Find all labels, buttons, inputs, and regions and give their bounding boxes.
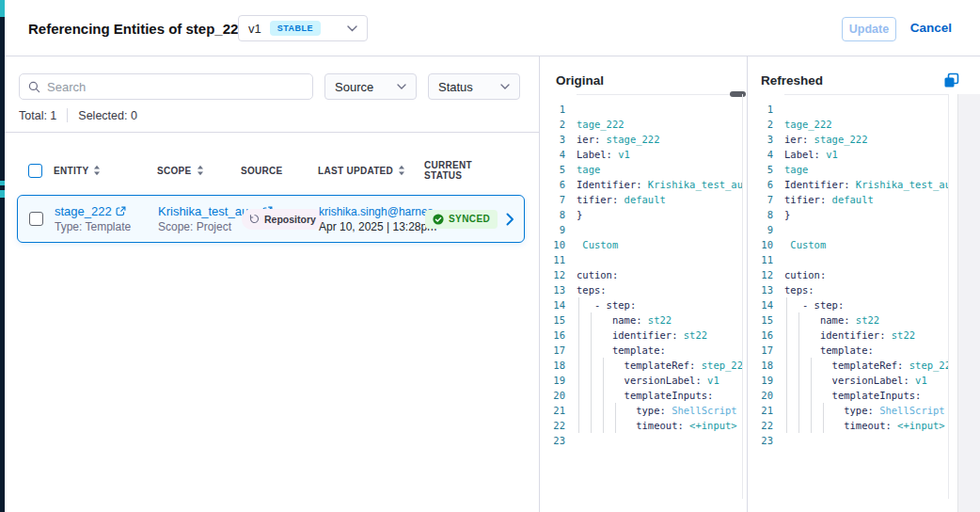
update-button[interactable]: Update <box>842 17 896 41</box>
copy-button[interactable] <box>943 71 962 89</box>
code-line-content: ier: stage_222 <box>572 132 742 147</box>
entity-link[interactable]: stage_222 <box>55 204 112 218</box>
indent-guide <box>798 312 799 328</box>
indent-guide <box>811 373 812 388</box>
code-line-content: tage_222 <box>572 117 742 132</box>
code-line-content: name: st22 <box>780 312 948 328</box>
code-line-content: tifier: default <box>780 192 948 207</box>
code-line-content <box>780 433 948 448</box>
line-number: 3 <box>540 132 572 147</box>
line-number: 12 <box>540 267 572 282</box>
line-number: 6 <box>540 177 572 192</box>
table-header-row: ENTITYSCOPESOURCELAST UPDATEDCURRENT STA… <box>17 160 525 181</box>
indent-guide <box>603 418 604 433</box>
line-number: 13 <box>748 282 780 297</box>
line-number: 22 <box>748 418 780 433</box>
line-number: 16 <box>540 328 572 343</box>
indent-guide <box>786 418 787 433</box>
indent-guide <box>798 388 799 403</box>
line-number: 14 <box>748 297 780 312</box>
code-line-content: ier: stage_222 <box>780 132 948 147</box>
cancel-button[interactable]: Cancel <box>910 21 952 35</box>
version-select[interactable]: v1 STABLE <box>238 15 368 41</box>
line-number: 6 <box>748 177 780 192</box>
indent-guide <box>786 373 787 388</box>
sort-icon <box>93 165 101 176</box>
code-line: 9 <box>748 222 948 237</box>
sort-icon <box>197 165 204 176</box>
refreshed-code-editor[interactable]: 12tage_2223ier: stage_2224Label: v15tage… <box>748 102 948 448</box>
code-line-content: tifier: default <box>572 192 742 207</box>
code-line: 7tifier: default <box>748 192 948 207</box>
section-divider <box>5 132 539 133</box>
line-number: 19 <box>748 373 780 388</box>
indent-guide <box>578 388 579 403</box>
search-input[interactable] <box>47 80 304 94</box>
code-line-content: - step: <box>780 297 948 312</box>
code-line: 8} <box>540 207 742 222</box>
entity-cell: stage_222 Type: Template <box>55 204 158 233</box>
repository-icon <box>249 214 260 224</box>
code-line: 1 <box>540 102 742 117</box>
horizontal-scrollbar-thumb[interactable] <box>730 91 746 97</box>
line-number: 18 <box>748 358 780 373</box>
column-header-entity[interactable]: ENTITY <box>54 165 157 176</box>
updated-by[interactable]: krishika.singh@harnes... <box>319 205 425 218</box>
column-label: ENTITY <box>54 166 88 176</box>
line-number: 1 <box>748 102 780 117</box>
vertical-scrollbar-strip[interactable] <box>957 94 980 512</box>
indent-guide <box>591 418 592 433</box>
code-line: 6Identifier: Krishika_test_aut <box>748 177 948 192</box>
status-filter-dropdown[interactable]: Status <box>428 73 520 100</box>
row-expand-chevron[interactable] <box>506 213 521 226</box>
code-line: 14 - step: <box>748 297 948 312</box>
indent-guide <box>786 328 787 343</box>
code-line: 6Identifier: Krishika_test_aut <box>540 177 742 192</box>
external-link-icon[interactable] <box>116 206 126 216</box>
chevron-down-icon <box>397 84 406 89</box>
code-line: 3ier: stage_222 <box>748 132 948 147</box>
code-line: 21 type: ShellScript <box>748 403 948 418</box>
line-number: 22 <box>540 418 572 433</box>
code-line: 20 templateInputs: <box>748 388 948 403</box>
dialog-header: Referencing Entities of step_222 v1 STAB… <box>5 0 980 56</box>
code-line: 5tage <box>748 162 948 177</box>
code-line-content: name: st22 <box>572 312 742 328</box>
code-line-content: } <box>780 207 948 222</box>
horizontal-scrollbar-track[interactable] <box>577 94 742 95</box>
indent-guide <box>578 312 579 328</box>
column-header-scope[interactable]: SCOPE <box>157 165 241 176</box>
scope-sub: Scope: Project <box>158 220 242 233</box>
row-checkbox-cell <box>29 212 55 226</box>
indent-guide <box>578 297 579 312</box>
selected-count: Selected: 0 <box>78 109 137 122</box>
original-code-editor[interactable]: 12tage_2223ier: stage_2224Label: v15tage… <box>540 102 742 448</box>
column-header-last-updated[interactable]: LAST UPDATED <box>318 165 424 176</box>
code-line: 12cution: <box>540 267 742 282</box>
code-line-content: templateInputs: <box>780 388 948 403</box>
source-filter-dropdown[interactable]: Source <box>324 73 417 100</box>
line-number: 10 <box>540 237 572 252</box>
line-number: 7 <box>540 192 572 207</box>
line-number: 9 <box>748 222 780 237</box>
code-line: 20 templateInputs: <box>540 388 742 403</box>
indent-guide <box>603 373 604 388</box>
code-line-content: Custom <box>572 237 742 252</box>
horizontal-scrollbar-track[interactable] <box>784 94 948 95</box>
source-cell: Repository <box>242 209 319 230</box>
code-line-content: Identifier: Krishika_test_aut <box>780 177 948 192</box>
indent-guide <box>591 312 592 328</box>
code-line: 17 template: <box>540 343 742 358</box>
line-number: 8 <box>540 207 572 222</box>
table-row[interactable]: stage_222 Type: Template Krishika_test_a… <box>17 195 525 243</box>
source-badge-label: Repository <box>264 214 316 225</box>
code-line-content: teps: <box>780 282 948 297</box>
line-number: 5 <box>748 162 780 177</box>
line-number: 3 <box>748 132 780 147</box>
row-checkbox[interactable] <box>29 212 43 226</box>
code-line-content: teps: <box>572 282 742 297</box>
page-title: Referencing Entities of step_222 <box>28 21 246 37</box>
select-all-checkbox[interactable] <box>28 164 42 178</box>
code-line-content: } <box>572 207 742 222</box>
line-number: 7 <box>748 192 780 207</box>
